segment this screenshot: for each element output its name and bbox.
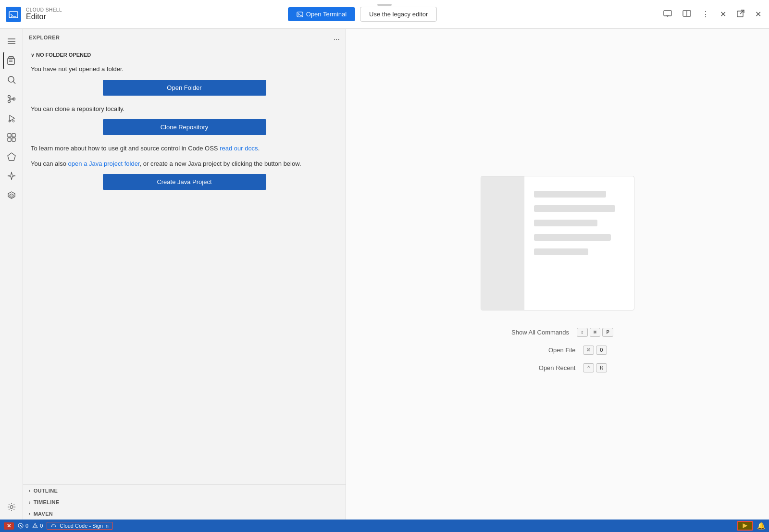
svg-point-25 bbox=[12, 120, 14, 122]
welcome-illustration bbox=[481, 176, 634, 310]
open-file-keys: ⌘ O bbox=[583, 346, 607, 355]
status-plugin-button[interactable] bbox=[737, 521, 753, 531]
status-bar-left: ✕ 0 0 Cloud Code - Sign in bbox=[4, 522, 113, 530]
status-warnings[interactable]: 0 bbox=[32, 523, 43, 529]
svg-marker-31 bbox=[8, 172, 15, 180]
timeline-section[interactable]: › TIMELINE bbox=[23, 496, 346, 508]
activity-run-debug-icon[interactable] bbox=[3, 110, 20, 127]
open-recent-label: Open Recent bbox=[508, 364, 575, 371]
svg-marker-40 bbox=[743, 524, 747, 528]
activity-menu-icon[interactable] bbox=[3, 33, 20, 50]
java-project-text-post: , or create a new Java project by clicki… bbox=[139, 160, 301, 167]
status-errors[interactable]: 0 bbox=[18, 523, 28, 529]
cloud-shell-label: CLOUD SHELL bbox=[26, 7, 62, 12]
key-p: P bbox=[602, 328, 613, 337]
svg-marker-33 bbox=[10, 194, 13, 198]
source-control-description: To learn more about how to use git and s… bbox=[31, 144, 338, 153]
clone-repository-button[interactable]: Clone Repository bbox=[103, 119, 266, 135]
activity-sparkle-icon[interactable] bbox=[3, 167, 20, 185]
open-terminal-label: Open Terminal bbox=[306, 11, 347, 18]
open-java-project-link[interactable]: open a Java project folder bbox=[68, 160, 140, 167]
svg-rect-28 bbox=[8, 138, 11, 141]
warning-icon bbox=[32, 523, 38, 529]
title-bar-text: CLOUD SHELL Editor bbox=[26, 7, 62, 21]
outline-arrow-icon: › bbox=[29, 488, 31, 494]
java-project-description: You can also open a Java project folder,… bbox=[31, 159, 338, 169]
illus-line-4 bbox=[534, 234, 611, 241]
maven-arrow-icon: › bbox=[29, 511, 31, 517]
explorer-label: EXPLORER bbox=[29, 35, 60, 40]
cloud-code-status[interactable]: Cloud Code - Sign in bbox=[47, 522, 113, 530]
activity-source-control-icon[interactable] bbox=[3, 90, 20, 108]
read-our-docs-link[interactable]: read our docs bbox=[220, 145, 258, 152]
notification-bell-icon[interactable]: 🔔 bbox=[757, 522, 765, 530]
error-count: 0 bbox=[25, 523, 28, 529]
show-all-commands-label: Show All Commands bbox=[502, 329, 569, 336]
open-file-label: Open File bbox=[508, 346, 575, 354]
title-bar-left: CLOUD SHELL Editor bbox=[6, 7, 63, 22]
minimize-button[interactable]: ✕ bbox=[718, 8, 728, 21]
illus-sidebar bbox=[481, 176, 524, 310]
svg-rect-27 bbox=[12, 134, 15, 137]
activity-files-icon[interactable] bbox=[3, 52, 20, 69]
illus-line-1 bbox=[534, 191, 606, 198]
svg-marker-30 bbox=[8, 153, 15, 161]
activity-terraform-icon[interactable] bbox=[3, 186, 20, 204]
legacy-editor-button[interactable]: Use the legacy editor bbox=[360, 7, 437, 22]
svg-line-19 bbox=[13, 82, 15, 84]
activity-bar bbox=[0, 29, 23, 520]
sidebar-content: NO FOLDER OPENED You have not yet opened… bbox=[23, 46, 346, 484]
terminal-icon bbox=[297, 11, 303, 18]
title-bar: CLOUD SHELL Editor Open Terminal Use the… bbox=[0, 0, 769, 29]
open-folder-description: You have not yet opened a folder. bbox=[31, 64, 338, 74]
svg-point-34 bbox=[10, 506, 13, 508]
activity-extensions-icon[interactable] bbox=[3, 129, 20, 146]
cloud-code-label: Cloud Code - Sign in bbox=[60, 523, 109, 529]
maven-label: MAVEN bbox=[34, 511, 53, 517]
svg-point-21 bbox=[8, 100, 10, 103]
close-button[interactable]: ✕ bbox=[753, 8, 763, 21]
outline-section[interactable]: › OUTLINE bbox=[23, 485, 346, 496]
cloud-icon bbox=[51, 523, 57, 529]
illus-content bbox=[524, 176, 634, 310]
source-control-text-pre: To learn more about how to use git and s… bbox=[31, 145, 220, 152]
open-file-row: Open File ⌘ O bbox=[502, 346, 613, 355]
clone-repo-description: You can clone a repository locally. bbox=[31, 104, 338, 114]
timeline-label: TIMELINE bbox=[34, 499, 60, 505]
main-content: Show All Commands ⇧ ⌘ P Open File ⌘ O Op… bbox=[346, 29, 769, 520]
open-terminal-button[interactable]: Open Terminal bbox=[288, 7, 355, 21]
maven-section[interactable]: › MAVEN bbox=[23, 508, 346, 520]
svg-point-18 bbox=[8, 76, 14, 82]
sidebar-more-actions[interactable]: ... bbox=[334, 33, 340, 42]
key-cmd2: ⌘ bbox=[583, 346, 594, 355]
shortcuts-section: Show All Commands ⇧ ⌘ P Open File ⌘ O Op… bbox=[502, 328, 613, 372]
activity-settings-icon[interactable] bbox=[3, 498, 20, 516]
popout-button[interactable] bbox=[735, 8, 746, 21]
show-all-commands-row: Show All Commands ⇧ ⌘ P bbox=[502, 328, 613, 337]
open-folder-button[interactable]: Open Folder bbox=[103, 80, 266, 96]
main-layout: EXPLORER ... NO FOLDER OPENED You have n… bbox=[0, 29, 769, 520]
outline-label: OUTLINE bbox=[34, 488, 58, 494]
source-control-text-post: . bbox=[258, 145, 260, 152]
svg-point-20 bbox=[8, 96, 10, 98]
activity-search-icon[interactable] bbox=[3, 71, 20, 88]
split-editor-icon[interactable] bbox=[681, 7, 693, 22]
no-folder-section: NO FOLDER OPENED You have not yet opened… bbox=[31, 52, 338, 190]
activity-puzzle-icon[interactable] bbox=[3, 148, 20, 165]
status-x-button[interactable]: ✕ bbox=[4, 522, 14, 530]
create-java-project-button[interactable]: Create Java Project bbox=[103, 174, 266, 190]
show-all-commands-keys: ⇧ ⌘ P bbox=[577, 328, 613, 337]
plugin-icon bbox=[742, 523, 748, 529]
more-actions-icon[interactable]: ⋮ bbox=[700, 8, 711, 21]
editor-label: Editor bbox=[26, 12, 62, 21]
key-shift: ⇧ bbox=[577, 328, 588, 337]
no-folder-title: NO FOLDER OPENED bbox=[31, 52, 338, 58]
sidebar-header: EXPLORER ... bbox=[23, 29, 346, 46]
drag-handle[interactable] bbox=[377, 4, 392, 6]
svg-rect-26 bbox=[8, 134, 11, 137]
key-o: O bbox=[596, 346, 607, 355]
java-project-text-pre: You can also bbox=[31, 160, 68, 167]
cloud-shell-icon bbox=[6, 7, 21, 22]
illus-line-5 bbox=[534, 248, 588, 255]
screen-cast-icon[interactable] bbox=[661, 7, 674, 22]
